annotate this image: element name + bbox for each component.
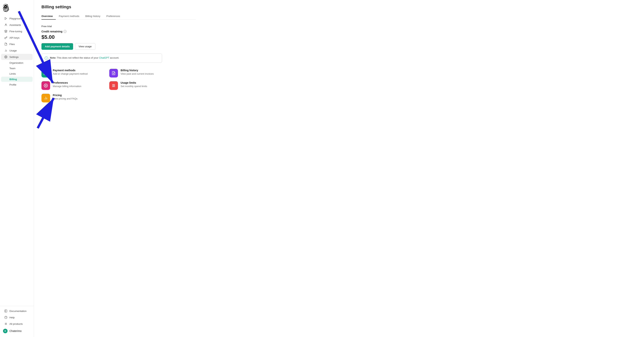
note-box: i Note: This does not reflect the status… [42, 54, 162, 63]
sidebar-bottom: Documentation Help All products D Chater… [0, 306, 34, 335]
card-payment-methods-text: Payment methods Add or change payment me… [53, 69, 88, 75]
sidebar-sub-item-billing[interactable]: Billing [1, 77, 32, 82]
card-payment-methods[interactable]: Payment methods Add or change payment me… [42, 69, 106, 78]
user-row[interactable]: D Chaterimo [0, 327, 34, 335]
sidebar-item-fine-tuning-label: Fine-tuning [10, 30, 22, 33]
sidebar-item-api-keys-label: API keys [10, 36, 20, 39]
sidebar-item-settings[interactable]: Settings [1, 54, 32, 60]
sidebar-item-usage[interactable]: Usage [1, 48, 32, 54]
user-name: Chaterimo [10, 330, 22, 332]
svg-point-2 [5, 24, 6, 25]
card-preferences-icon [42, 81, 50, 90]
sidebar-item-help[interactable]: Help [1, 314, 32, 320]
sidebar-nav: Playground Assistants Fine-tuning API ke… [0, 16, 34, 306]
tab-overview[interactable]: Overview [42, 13, 56, 20]
card-payment-methods-icon [42, 69, 50, 78]
credit-amount: $5.00 [42, 34, 196, 40]
tab-payment-methods[interactable]: Payment methods [56, 13, 82, 20]
card-usage-limits-desc: Set monthly spend limits [120, 85, 147, 88]
help-icon [4, 316, 8, 319]
credit-remaining-label: Credit remaining i [42, 30, 196, 33]
avatar: D [3, 329, 8, 333]
sidebar-item-assistants[interactable]: Assistants [1, 22, 32, 28]
assistants-icon [4, 23, 8, 26]
card-pricing-icon [42, 94, 50, 102]
sidebar-item-all-products-label: All products [10, 322, 23, 325]
sidebar-item-documentation-label: Documentation [10, 310, 26, 312]
card-pricing-text: Pricing View pricing and FAQs [53, 94, 78, 100]
card-usage-limits[interactable]: Usage limits Set monthly spend limits [109, 81, 173, 90]
tab-billing-history[interactable]: Billing history [82, 13, 104, 20]
sidebar-item-files-label: Files [10, 43, 15, 46]
card-payment-methods-title: Payment methods [53, 69, 88, 72]
sidebar-sub-item-organization[interactable]: Organization [1, 60, 32, 66]
sidebar-item-playground-label: Playground [10, 17, 22, 20]
sidebar-item-fine-tuning[interactable]: Fine-tuning [1, 28, 32, 34]
svg-point-25 [113, 86, 114, 87]
card-billing-history[interactable]: Billing history View past and current in… [109, 69, 173, 78]
svg-rect-7 [5, 310, 7, 312]
sidebar-item-assistants-label: Assistants [10, 24, 21, 26]
section-free-trial-label: Free trial [42, 25, 196, 28]
sidebar-sub-item-billing-label: Billing [10, 78, 17, 81]
sidebar-sub-item-limits-label: Limits [10, 72, 16, 75]
tab-preferences[interactable]: Preferences [103, 13, 123, 20]
sidebar-item-settings-label: Settings [10, 56, 19, 58]
card-pricing[interactable]: Pricing View pricing and FAQs [42, 94, 106, 102]
tab-preferences-label: Preferences [106, 15, 120, 18]
note-text: Note: This does not reflect the status o… [50, 56, 119, 59]
api-keys-icon [4, 36, 8, 40]
svg-point-14 [6, 324, 6, 324]
svg-point-24 [114, 85, 114, 86]
documentation-icon [4, 309, 8, 313]
svg-point-19 [45, 85, 46, 86]
card-payment-methods-desc: Add or change payment method [53, 72, 88, 75]
view-usage-button[interactable]: View usage [75, 43, 95, 50]
card-pricing-title: Pricing [53, 94, 78, 97]
page-title: Billing settings [42, 4, 196, 10]
files-icon [4, 42, 8, 46]
tab-payment-methods-label: Payment methods [59, 15, 79, 18]
main-content: Billing settings Overview Payment method… [34, 0, 644, 337]
credit-info-icon[interactable]: i [64, 30, 66, 33]
tab-billing-history-label: Billing history [85, 15, 100, 18]
sidebar-item-all-products[interactable]: All products [1, 321, 32, 327]
chatgpt-link[interactable]: ChatGPT [99, 56, 109, 59]
sidebar-sub-item-team[interactable]: Team [1, 66, 32, 71]
sidebar-item-usage-label: Usage [10, 49, 17, 52]
tab-overview-label: Overview [42, 15, 53, 18]
card-preferences[interactable]: Preferences Manage billing information [42, 81, 106, 90]
svg-marker-1 [5, 17, 6, 20]
sidebar-sub-item-team-label: Team [10, 67, 16, 70]
card-preferences-desc: Manage billing information [53, 85, 82, 88]
svg-point-13 [5, 324, 6, 324]
all-products-icon [4, 322, 8, 326]
sidebar-sub-item-profile[interactable]: Profile [1, 82, 32, 87]
sidebar-item-help-label: Help [10, 316, 15, 319]
add-payment-details-button[interactable]: Add payment details [42, 43, 73, 50]
sidebar-item-files[interactable]: Files [1, 41, 32, 47]
tabs: Overview Payment methods Billing history… [42, 13, 196, 20]
sidebar: Playground Assistants Fine-tuning API ke… [0, 0, 34, 337]
note-icon: i [45, 56, 48, 60]
card-preferences-text: Preferences Manage billing information [53, 81, 82, 88]
card-usage-limits-title: Usage limits [120, 81, 147, 84]
card-billing-history-icon [109, 69, 118, 78]
svg-point-23 [113, 84, 114, 85]
fine-tuning-icon [4, 30, 8, 33]
sidebar-item-documentation[interactable]: Documentation [1, 308, 32, 314]
svg-point-11 [5, 323, 6, 324]
card-billing-history-text: Billing history View past and current in… [120, 69, 154, 75]
sidebar-item-api-keys[interactable]: API keys [1, 35, 32, 41]
sidebar-item-playground[interactable]: Playground [1, 16, 32, 22]
card-preferences-title: Preferences [53, 81, 82, 84]
card-pricing-desc: View pricing and FAQs [53, 97, 78, 100]
svg-rect-15 [44, 72, 48, 75]
card-billing-history-desc: View past and current invoices [120, 72, 154, 75]
cards-grid: Payment methods Add or change payment me… [42, 69, 173, 102]
sidebar-sub-item-limits[interactable]: Limits [1, 71, 32, 76]
svg-point-12 [6, 323, 6, 324]
sidebar-sub-item-profile-label: Profile [10, 83, 16, 86]
card-usage-limits-icon [109, 81, 118, 90]
card-usage-limits-text: Usage limits Set monthly spend limits [120, 81, 147, 88]
